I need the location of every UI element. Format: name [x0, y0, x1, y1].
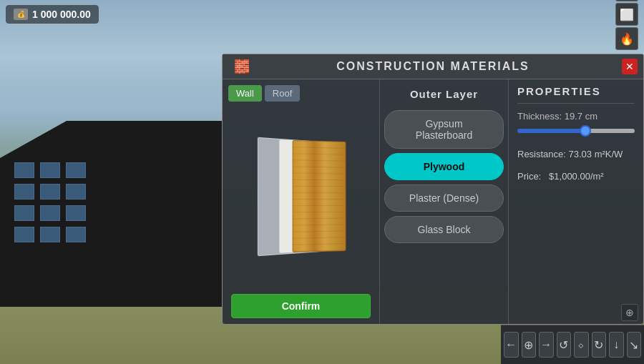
currency-value: 1 000 000.00 — [32, 9, 91, 20]
dialog-body: Wall Roof Confirm Outer Layer GypsumPlas… — [223, 79, 643, 324]
material-plaster-dense[interactable]: Plaster (Dense) — [384, 185, 504, 212]
top-bar: 💰 1 000 000.00 ☰ ⬜ 🔥 — [0, 0, 644, 29]
wall-preview-area — [223, 104, 379, 288]
dialog-title: Construction Materials — [336, 60, 529, 73]
building-windows — [14, 162, 86, 242]
thickness-row: Thickness: 19.7 cm — [517, 111, 635, 137]
slider-track — [517, 129, 635, 133]
building-silhouette — [0, 121, 222, 307]
nav-right-button[interactable]: → — [539, 332, 554, 358]
currency-icon: 💰 — [14, 9, 28, 20]
layer-4-wood — [292, 139, 346, 252]
confirm-button[interactable]: Confirm — [231, 294, 371, 318]
nav-rotate-right-button[interactable]: ↻ — [592, 332, 607, 358]
tabs-row: Wall Roof — [223, 79, 379, 104]
navigation-bar: ← ⊕ → ↺ ⬦ ↻ ↓ ↘ — [501, 325, 644, 364]
currency-display: 💰 1 000 000.00 — [6, 5, 99, 24]
nav-diagonal-button[interactable]: ↘ — [627, 332, 642, 358]
zoom-button[interactable]: ⊕ — [621, 304, 638, 321]
tab-roof[interactable]: Roof — [265, 85, 300, 102]
thickness-label: Thickness: 19.7 cm — [517, 111, 635, 122]
fire-button[interactable]: 🔥 — [615, 27, 638, 50]
material-gypsum-plasterboard[interactable]: GypsumPlasterboard — [384, 110, 504, 149]
nav-rotate-left-button[interactable]: ↺ — [557, 332, 572, 358]
cube-button[interactable]: ⬜ — [615, 3, 638, 26]
properties-title: Properties — [517, 85, 635, 104]
nav-down-button[interactable]: ↓ — [609, 332, 624, 358]
resistance-row: Resistance: 73.03 m²K/W — [517, 144, 635, 159]
price-value: $1,000.00/m² — [549, 171, 604, 182]
price-row: Price: $1,000.00/m² — [517, 167, 635, 182]
tab-wall[interactable]: Wall — [228, 85, 262, 102]
slider-thumb[interactable] — [580, 125, 591, 137]
construction-materials-dialog: 🧱 Construction Materials ✕ Wall Roof Con… — [222, 54, 644, 325]
dialog-header: 🧱 Construction Materials ✕ — [223, 54, 643, 79]
outer-layer-label: Outer Layer — [384, 85, 504, 106]
material-plywood[interactable]: Plywood — [384, 153, 504, 180]
thickness-slider-container — [517, 124, 635, 137]
material-glass-block[interactable]: Glass Block — [384, 216, 504, 243]
wall-layers-visualization — [244, 125, 358, 268]
nav-center-button[interactable]: ⊕ — [522, 332, 537, 358]
close-button[interactable]: ✕ — [622, 59, 638, 74]
nav-left-button[interactable]: ← — [504, 332, 519, 358]
material-list-panel: Outer Layer GypsumPlasterboard Plywood P… — [380, 79, 509, 324]
price-label: Price: $1,000.00/m² — [517, 171, 635, 182]
menu-button[interactable]: ☰ — [615, 0, 638, 1]
top-right-icons: ☰ ⬜ 🔥 — [615, 0, 638, 50]
dialog-title-icon: 🧱 — [234, 59, 250, 74]
left-panel: Wall Roof Confirm — [223, 79, 380, 324]
properties-panel: Properties Thickness: 19.7 cm Resistance… — [509, 79, 643, 324]
resistance-value: Resistance: 73.03 m²K/W — [517, 149, 635, 159]
nav-diamond-button[interactable]: ⬦ — [574, 332, 589, 358]
